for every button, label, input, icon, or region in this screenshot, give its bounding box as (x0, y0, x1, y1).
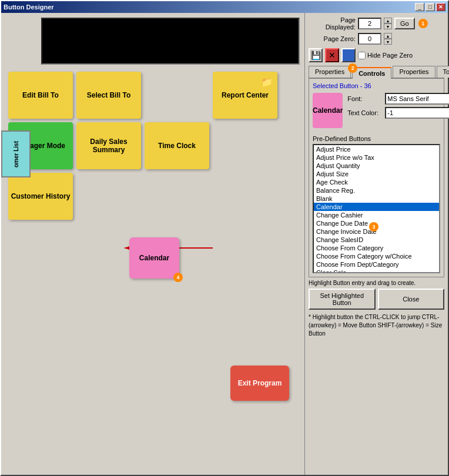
select-bill-to-button[interactable]: Select Bill To (76, 72, 141, 119)
annotation-3: 3 (369, 222, 378, 232)
text-color-row: Text Color: ... (347, 107, 449, 119)
zero-down-button[interactable]: ▼ (384, 39, 392, 45)
list-scroll-container: Adjust PriceAdjust Price w/o TaxAdjust Q… (313, 144, 440, 273)
left-panel: Edit Bill To Select Bill To 📁 Report Cen… (1, 13, 304, 475)
tab-tools[interactable]: Tools (437, 66, 449, 78)
preview-font-row: Calendar Font: ... Text Color: ... (313, 93, 440, 132)
highlight-text: Highlight Button entry and drag to creat… (309, 280, 444, 286)
empty-cell-3 (76, 173, 141, 220)
annotation-2: 2 (348, 63, 357, 73)
daily-sales-button[interactable]: Daily Sales Summary (76, 122, 141, 169)
main-content: Edit Bill To Select Bill To 📁 Report Cen… (1, 13, 448, 475)
edit-bill-to-button[interactable]: Edit Bill To (8, 72, 73, 119)
page-zero-input[interactable] (358, 33, 381, 45)
tab-properties2[interactable]: Properties (393, 66, 435, 78)
button-grid: Edit Bill To Select Bill To 📁 Report Cen… (6, 69, 300, 222)
list-item[interactable]: Change Cashier (314, 211, 439, 219)
title-bar-buttons: _ □ ✕ (415, 3, 445, 11)
save-icon[interactable]: 💾 (309, 48, 323, 62)
list-item[interactable]: Calendar (314, 203, 439, 211)
list-item[interactable]: Adjust Size (314, 170, 439, 178)
page-displayed-spinner: ▲ ▼ (384, 18, 392, 29)
tab-bar: Properties Controls 2 Properties Tools (309, 66, 444, 79)
edit-bill-to-label: Edit Bill To (22, 91, 59, 99)
select-bill-to-label: Select Bill To (87, 91, 130, 99)
hide-page-zero-label: Hide Page Zero (367, 52, 413, 59)
empty-cell-2 (213, 122, 277, 169)
selected-button-label: Selected Button - 36 (313, 82, 440, 89)
right-panel: Page Displayed: ▲ ▼ Go 1 Page Zero: ▲ ▼ (304, 13, 448, 475)
time-clock-label: Time Clock (158, 142, 196, 150)
tab-controls[interactable]: Controls 2 (352, 67, 391, 79)
font-input[interactable] (385, 93, 449, 105)
list-item[interactable]: Choose From Category w/Choice (314, 252, 439, 260)
font-options: Font: ... Text Color: ... (347, 93, 449, 132)
customer-history-button[interactable]: Customer History (8, 173, 73, 220)
customer-history-label: Customer History (11, 192, 71, 200)
empty-cell-5 (213, 173, 277, 220)
list-item[interactable]: Balance Reg. (314, 186, 439, 195)
page-displayed-input[interactable] (358, 18, 381, 29)
hint-text: * Highlight button the CTRL-CLICK to jum… (309, 313, 444, 338)
page-zero-row: Page Zero: ▲ ▼ (309, 33, 444, 45)
calendar-button[interactable]: Calendar 4 (129, 237, 179, 279)
bottom-buttons: Set Highlighted Button Close (309, 289, 444, 310)
main-window: Button Designer _ □ ✕ Edit Bill To Selec… (0, 0, 449, 476)
annotation-4: 4 (173, 273, 183, 282)
set-highlighted-button[interactable]: Set Highlighted Button (309, 289, 376, 310)
page-controls: Page Displayed: ▲ ▼ Go 1 Page Zero: ▲ ▼ (309, 16, 444, 45)
empty-cell-4 (145, 173, 209, 220)
time-clock-button[interactable]: Time Clock (145, 122, 209, 169)
tab-properties1[interactable]: Properties (309, 66, 351, 78)
list-item[interactable]: Adjust Price (314, 145, 439, 153)
hide-page-zero-checkbox[interactable] (358, 52, 366, 59)
report-center-button[interactable]: 📁 Report Center (213, 72, 277, 119)
button-preview: Calendar (313, 93, 343, 128)
page-up-button[interactable]: ▲ (384, 18, 392, 24)
predefined-label: Pre-Defined Buttons (313, 135, 440, 142)
empty-cell-1 (145, 72, 209, 119)
list-item[interactable]: Clear Sale (314, 269, 439, 273)
title-bar: Button Designer _ □ ✕ (1, 1, 448, 13)
close-button[interactable]: ✕ (436, 3, 445, 11)
hide-page-zero-option: Hide Page Zero (358, 52, 413, 59)
list-item[interactable]: Blank (314, 195, 439, 203)
close-button[interactable]: Close (378, 289, 445, 310)
exit-program-label: Exit Program (238, 379, 282, 387)
text-color-input[interactable] (385, 107, 449, 119)
list-item[interactable]: Adjust Price w/o Tax (314, 153, 439, 162)
display-area (41, 18, 300, 65)
font-label: Font: (347, 95, 383, 102)
daily-sales-label: Daily Sales Summary (79, 138, 139, 154)
minimize-button[interactable]: _ (415, 3, 424, 11)
list-item[interactable]: Choose From Dept/Category (314, 260, 439, 269)
exit-program-button[interactable]: Exit Program (230, 366, 289, 401)
calendar-button-label: Calendar (139, 254, 169, 262)
customer-list-tab[interactable]: omer List (1, 130, 31, 177)
page-zero-label: Page Zero: (309, 35, 356, 42)
page-displayed-row: Page Displayed: ▲ ▼ Go 1 (309, 16, 444, 31)
zero-up-button[interactable]: ▲ (384, 33, 392, 39)
go-button[interactable]: Go (394, 18, 415, 29)
list-item[interactable]: Choose From Category (314, 244, 439, 252)
list-item[interactable]: Age Check (314, 178, 439, 186)
text-color-label: Text Color: (347, 109, 383, 116)
color-icon[interactable] (341, 48, 356, 62)
maximize-button[interactable]: □ (425, 3, 435, 11)
list-item[interactable]: Change SalesID (314, 236, 439, 244)
page-zero-spinner: ▲ ▼ (384, 33, 392, 45)
page-displayed-label: Page Displayed: (309, 16, 356, 31)
delete-icon[interactable]: ✕ (325, 48, 339, 62)
annotation-1: 1 (418, 19, 428, 28)
page-down-button[interactable]: ▼ (384, 24, 392, 29)
tab-content: Selected Button - 36 Calendar Font: ... (309, 79, 444, 277)
report-center-icon: 📁 (261, 76, 273, 88)
report-center-label: Report Center (222, 91, 269, 99)
window-title: Button Designer (4, 4, 54, 11)
font-row: Font: ... (347, 93, 449, 105)
predefined-list[interactable]: Adjust PriceAdjust Price w/o TaxAdjust Q… (313, 144, 440, 273)
list-item[interactable]: Adjust Quantity (314, 162, 439, 170)
toolbar-row: 💾 ✕ Hide Page Zero (309, 48, 444, 62)
